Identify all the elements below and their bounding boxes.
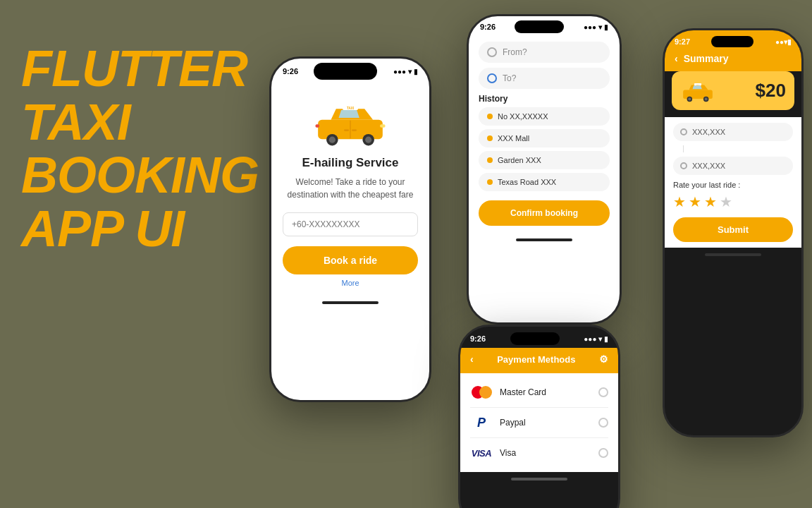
more-link[interactable]: More <box>283 279 418 287</box>
summary-taxi-icon: TAXI <box>680 78 715 103</box>
location-connector <box>683 145 684 152</box>
dynamic-island-4 <box>711 36 753 47</box>
summary-loc-icon-2 <box>680 162 687 169</box>
history-text-3: Garden XXX <box>498 156 541 164</box>
status-bar-3: 9:26 ●●● ▾ ▮ <box>460 327 618 348</box>
status-time-2: 9:26 <box>480 23 496 31</box>
svg-text:TAXI: TAXI <box>347 107 354 110</box>
location-dot-1 <box>487 114 493 119</box>
svg-text:TAXI: TAXI <box>696 84 700 85</box>
status-time-3: 9:26 <box>470 334 486 343</box>
summary-back-arrow[interactable]: ‹ <box>675 53 678 64</box>
star-2[interactable]: ★ <box>689 193 701 210</box>
history-text-2: XXX Mall <box>498 134 529 143</box>
to-icon <box>487 73 497 83</box>
from-field[interactable]: From? <box>479 42 610 63</box>
title-line2: Taxi <box>21 96 261 150</box>
phone1-content: TAXI E-hailing Service Welcome! Take a r… <box>271 81 429 296</box>
visa-radio[interactable] <box>598 448 608 458</box>
paypal-radio[interactable] <box>598 418 608 428</box>
title-line3: Booking <box>21 149 261 202</box>
submit-button[interactable]: Submit <box>673 217 793 242</box>
payment-header-title: Payment Methods <box>497 354 575 365</box>
confirm-booking-button[interactable]: Confirm booking <box>479 200 610 226</box>
summary-content: XXX,XXX XXX,XXX Rate your last ride : ★ … <box>665 117 801 248</box>
from-icon <box>487 47 497 57</box>
payment-list: Master Card P Paypal VISA Visa <box>460 373 618 472</box>
svg-rect-8 <box>316 124 320 128</box>
phone-payment: 9:26 ●●● ▾ ▮ ‹ Payment Methods ⚙ Master … <box>458 325 620 508</box>
svg-point-4 <box>329 137 336 143</box>
signal-icons-1: ●●● ▾ ▮ <box>393 68 418 75</box>
book-ride-button[interactable]: Book a ride <box>283 246 418 274</box>
visa-icon: VISA <box>472 448 491 459</box>
history-item-2[interactable]: XXX Mall <box>479 129 610 147</box>
status-bar-4: 9:27 ●●▾▮ <box>665 30 801 50</box>
history-item-3[interactable]: Garden XXX <box>479 151 610 169</box>
summary-price-card: TAXI $20 <box>672 71 794 110</box>
back-arrow[interactable]: ‹ <box>470 353 474 365</box>
payment-item-paypal[interactable]: P Paypal <box>470 408 608 438</box>
dynamic-island-2 <box>515 20 564 33</box>
star-4[interactable]: ★ <box>720 193 732 210</box>
home-indicator-1 <box>322 301 379 304</box>
home-indicator-3 <box>511 478 567 480</box>
battery-2: ▮ <box>604 23 608 31</box>
signal-3: ●●● ▾ ▮ <box>584 335 608 343</box>
signal-icons-2: ●●● ▾ ▮ <box>584 23 608 31</box>
signal-2: ●●● <box>584 23 596 31</box>
dynamic-island-1 <box>314 63 377 80</box>
status-bar-1: 9:26 ●●● ▾ ▮ <box>271 59 429 81</box>
visa-logo: VISA <box>470 445 493 461</box>
paypal-left: P Paypal <box>470 415 526 430</box>
payment-header: ‹ Payment Methods ⚙ <box>460 348 618 373</box>
status-bar-2: 9:26 ●●● ▾ ▮ <box>469 16 620 35</box>
history-item-4[interactable]: Texas Road XXX <box>479 173 610 191</box>
summary-title: Summary <box>684 53 729 64</box>
to-field[interactable]: To? <box>479 68 610 89</box>
svg-rect-10 <box>352 129 357 131</box>
settings-icon[interactable]: ⚙ <box>599 353 608 365</box>
summary-loc-icon-1 <box>680 128 687 135</box>
summary-location-1: XXX,XXX <box>673 123 793 141</box>
battery-icon: ▮ <box>414 68 418 75</box>
service-desc: Welcome! Take a ride to your destination… <box>283 176 418 201</box>
title-line4: App UI <box>21 202 261 256</box>
mc-orange-circle <box>479 386 492 399</box>
title-area: Flutter Taxi Booking App UI <box>21 42 261 255</box>
location-dot-2 <box>487 135 493 141</box>
status-time-1: 9:26 <box>283 67 298 75</box>
phone-booking: 9:26 ●●● ▾ ▮ From? To? History No XX,XXX… <box>467 14 622 325</box>
service-title: E-hailing Service <box>302 156 399 170</box>
payment-item-visa[interactable]: VISA Visa <box>470 438 608 468</box>
stars-row: ★ ★ ★ ★ <box>673 193 793 210</box>
mastercard-radio[interactable] <box>598 387 608 397</box>
phone-number-input[interactable] <box>283 212 418 236</box>
paypal-label: Paypal <box>500 418 526 428</box>
summary-loc-text-1: XXX,XXX <box>692 128 725 136</box>
svg-rect-7 <box>380 124 385 128</box>
history-label: History <box>479 94 610 104</box>
star-1[interactable]: ★ <box>673 193 686 210</box>
mastercard-logo <box>470 385 493 400</box>
star-3[interactable]: ★ <box>704 193 717 210</box>
mastercard-label: Master Card <box>500 387 546 397</box>
phone-summary: 9:27 ●●▾▮ ‹ Summary TAXI $20 XXX,XXX <box>663 28 804 437</box>
svg-point-18 <box>705 97 708 100</box>
home-indicator-4 <box>705 253 761 256</box>
history-text-1: No XX,XXXXX <box>498 112 548 121</box>
summary-price-value: $20 <box>756 80 786 102</box>
visa-label: Visa <box>500 448 516 458</box>
dynamic-island-3 <box>510 332 560 345</box>
history-item-1[interactable]: No XX,XXXXX <box>479 107 610 126</box>
status-time-4: 9:27 <box>675 37 690 46</box>
wifi-2: ▾ <box>598 23 602 31</box>
payment-item-mastercard[interactable]: Master Card <box>470 377 608 408</box>
summary-header: ‹ Summary <box>665 50 801 71</box>
to-label: To? <box>503 73 516 83</box>
location-dot-4 <box>487 179 493 185</box>
phone-ehailing: 9:26 ●●● ▾ ▮ TAXI <box>269 56 431 402</box>
mastercard-left: Master Card <box>470 385 546 400</box>
rate-label: Rate your last ride : <box>673 181 793 189</box>
paypal-logo: P <box>470 415 493 430</box>
